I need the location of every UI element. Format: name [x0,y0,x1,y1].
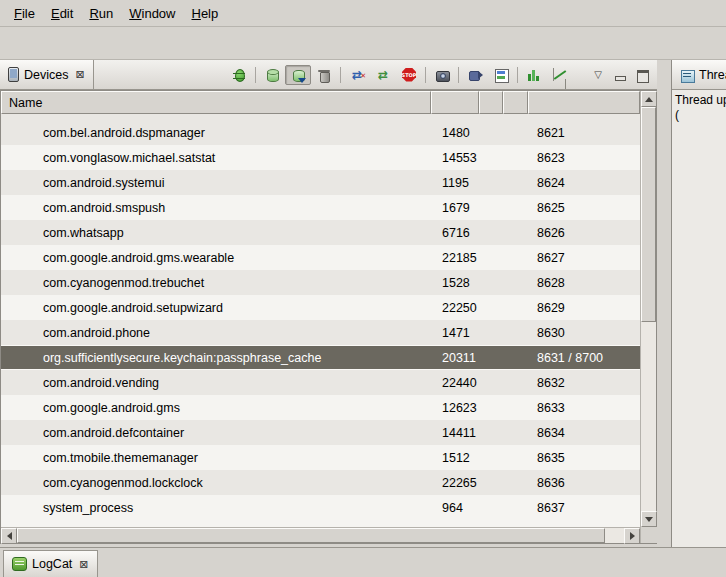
screen-capture-icon [433,66,451,84]
process-name: system_process [1,501,431,515]
process-port: 8634 [528,426,640,440]
table-row[interactable]: com.cyanogenmod.lockclock222658636 [1,470,640,495]
triangle-up-icon [645,97,653,102]
threads-message-line: ( [675,108,726,123]
update-threads-button[interactable] [344,65,370,85]
toolbar-separator [517,67,518,83]
close-icon[interactable]: ⊠ [75,68,84,81]
scroll-up-button[interactable] [641,91,657,107]
tab-threads[interactable]: Threads ⊠ [672,60,726,89]
process-pid: 14411 [431,426,479,440]
vertical-scrollbar[interactable] [640,91,656,543]
minimize-button[interactable] [609,65,631,85]
method-profiling-button[interactable] [370,65,396,85]
menu-help[interactable]: Help [183,2,226,25]
vertical-scrollbar-thumb[interactable] [641,107,656,322]
triangle-down-icon [645,517,653,522]
table-row[interactable]: com.google.android.setupwizard222508629 [1,295,640,320]
menu-run[interactable]: Run [81,2,121,25]
column-header-name[interactable]: Name [1,91,431,114]
menu-bar: FileEditRunWindowHelp [0,0,726,27]
process-name: com.tmobile.thememanager [1,451,431,465]
toolbar-separator [255,67,256,83]
screen-record-button[interactable] [462,65,488,85]
sysinfo-icon [525,66,543,84]
process-table-main: Name com.bel.android.dspmanager14808621c… [1,91,640,543]
process-port: 8628 [528,276,640,290]
tab-devices-label: Devices [24,68,68,82]
column-header-port[interactable] [528,91,640,114]
process-pid: 22185 [431,251,479,265]
process-port: 8621 [528,126,640,140]
maximize-icon [633,66,651,84]
column-header-pid[interactable] [431,91,479,114]
toolbar-separator [458,67,459,83]
column-header-3[interactable] [479,91,503,114]
table-row[interactable]: com.whatsapp67168626 [1,220,640,245]
minimize-icon [611,66,629,84]
table-row[interactable]: com.google.android.gms126238633 [1,395,640,420]
tab-logcat-label: LogCat [32,557,72,571]
table-row[interactable]: com.cyanogenmod.trebuchet15288628 [1,270,640,295]
horizontal-scrollbar-thumb[interactable] [17,528,605,543]
process-pid: 1195 [431,176,479,190]
process-pid: 1679 [431,201,479,215]
table-row[interactable]: com.android.vending224408632 [1,370,640,395]
process-port: 8631 / 8700 [528,351,640,365]
table-row[interactable]: com.google.android.gms.wearable221858627 [1,245,640,270]
threads-icon [680,68,694,82]
view-menu-button[interactable] [587,65,609,85]
maximize-button[interactable] [631,65,653,85]
table-row[interactable]: com.android.defcontainer144118634 [1,420,640,445]
process-pid: 20311 [431,351,479,365]
table-row[interactable]: com.tmobile.thememanager15128635 [1,445,640,470]
table-row[interactable]: com.android.systemui11958624 [1,170,640,195]
stop-process-icon [400,66,418,84]
process-name: com.bel.android.dspmanager [1,126,431,140]
screen-record-icon [466,66,484,84]
process-name: com.android.phone [1,326,431,340]
screen-capture-button[interactable] [429,65,455,85]
table-row[interactable]: org.sufficientlysecure.keychain:passphra… [1,345,640,370]
table-row[interactable]: com.android.phone14718630 [1,320,640,345]
menu-window[interactable]: Window [121,2,183,25]
opengl-trace-icon [551,66,569,84]
devices-toolbar [226,60,657,89]
table-row[interactable]: com.vonglasow.michael.satstat145538623 [1,145,640,170]
stop-process-button[interactable] [396,65,422,85]
ui-hierarchy-button[interactable] [488,65,514,85]
menu-file[interactable]: File [6,2,43,25]
dump-hprof-button[interactable] [285,65,311,85]
close-icon[interactable]: ⊠ [79,558,88,571]
scroll-right-button[interactable] [624,528,640,544]
process-pid: 964 [431,501,479,515]
cause-gc-button[interactable] [311,65,337,85]
logcat-bar: LogCat ⊠ [0,547,726,577]
process-port: 8637 [528,501,640,515]
table-row[interactable]: com.android.smspush16798625 [1,195,640,220]
tab-devices[interactable]: Devices ⊠ [0,60,94,89]
table-row[interactable]: system_process9648637 [1,495,640,520]
scroll-down-button[interactable] [641,511,657,527]
scroll-left-button[interactable] [1,528,17,544]
process-name: org.sufficientlysecure.keychain:passphra… [1,351,431,365]
process-port: 8625 [528,201,640,215]
tab-logcat[interactable]: LogCat ⊠ [3,550,98,577]
process-port: 8624 [528,176,640,190]
table-row[interactable]: com.bel.android.dspmanager14808621 [1,120,640,145]
vertical-scrollbar-track[interactable] [641,322,656,511]
threads-view: Threads ⊠ Thread up( [671,60,726,547]
horizontal-scrollbar[interactable] [1,527,640,543]
horizontal-scrollbar-track[interactable] [605,528,624,543]
toolbar-separator [425,67,426,83]
process-port: 8630 [528,326,640,340]
threads-view-header: Threads ⊠ [672,60,726,90]
update-heap-button[interactable] [259,65,285,85]
process-port: 8626 [528,226,640,240]
sysinfo-button[interactable] [521,65,547,85]
opengl-trace-button[interactable] [547,65,573,85]
column-header-4[interactable] [503,91,528,114]
menu-edit[interactable]: Edit [43,2,81,25]
debug-bug-button[interactable] [226,65,252,85]
table-header-row: Name [1,91,640,114]
